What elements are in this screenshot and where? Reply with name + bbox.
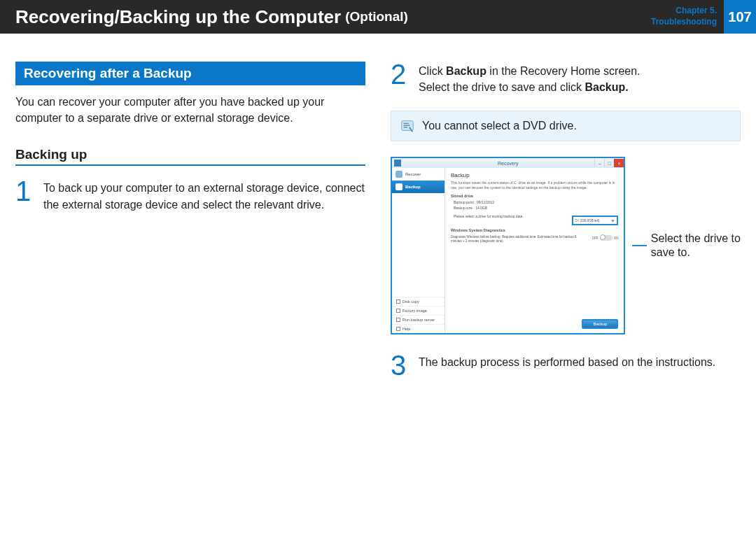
step-1-text: To back up your computer to an external … [43, 178, 365, 212]
chapter-label: Chapter 5. Troubleshooting [651, 6, 724, 27]
step-2-frag-d: Select the drive to save and click [419, 81, 584, 93]
callout: Select the drive to save to. [632, 232, 741, 261]
link-server-label: Run backup server [402, 318, 435, 322]
link-disk-copy[interactable]: Disk copy [392, 297, 444, 306]
main-heading: Backup [451, 172, 618, 178]
sidebar-bottom-links: Disk copy Factory image Run backup serve… [392, 297, 444, 333]
link-factory-label: Factory image [402, 309, 427, 313]
page-title: Recovering/Backing up the Computer [15, 6, 341, 28]
backup-button[interactable]: Backup [582, 319, 618, 329]
link-help[interactable]: Help [392, 324, 444, 333]
header-bar: Recovering/Backing up the Computer (Opti… [0, 0, 756, 34]
toggle-track [600, 235, 612, 241]
chapter-line-2: Troubleshooting [651, 17, 717, 28]
toggle-knob [600, 234, 606, 240]
left-column: Recovering after a Backup You can recove… [15, 62, 365, 392]
link-disk-label: Disk copy [402, 299, 419, 304]
diagnostics-toggle[interactable]: OFF ON [592, 235, 619, 241]
sidebar-backup-label: Backup [405, 185, 421, 189]
link-help-label: Help [402, 327, 410, 331]
svg-rect-1 [394, 160, 401, 167]
server-icon [396, 318, 400, 322]
app-main-panel: Backup This function saves the current s… [445, 168, 624, 333]
link-run-backup-server[interactable]: Run backup server [392, 315, 444, 324]
step-1-number: 1 [15, 178, 35, 212]
page-title-optional: (Optional) [345, 9, 408, 24]
chapter-line-1: Chapter 5. [651, 6, 717, 17]
diagnostics-text: Diagnoses Windows before backup. Require… [451, 235, 588, 244]
backup-point-row: Backup point : 09/11/2012 [454, 200, 618, 204]
recover-icon [396, 171, 402, 178]
maximize-button[interactable]: □ [604, 159, 614, 167]
window-buttons: – □ × [594, 159, 624, 167]
drive-select-value: D:\ (339.0GB left) [575, 219, 608, 223]
toggle-off-label: OFF [592, 237, 598, 240]
header-right: Chapter 5. Troubleshooting 107 [651, 0, 756, 34]
app-icon [394, 160, 401, 167]
step-3-number: 3 [391, 353, 410, 378]
note-icon [400, 118, 415, 134]
diagnostics-label: Windows System Diagnostics [451, 228, 618, 232]
step-1: 1 To back up your computer to an externa… [15, 178, 365, 212]
app-title: Recovery [498, 161, 519, 166]
screenshot-with-callout: Recovery – □ × Recover [391, 157, 741, 334]
drive-select-dropdown[interactable]: D:\ (339.0GB left) [572, 216, 618, 225]
disk-icon [396, 299, 400, 304]
step-2-frag-a: Click [419, 65, 446, 77]
sidebar-item-recover[interactable]: Recover [392, 168, 444, 181]
minimize-button[interactable]: – [594, 159, 604, 167]
help-icon [396, 327, 400, 331]
factory-icon [396, 309, 400, 313]
close-button[interactable]: × [614, 159, 624, 167]
right-column: 2 Click Backup in the Recovery Home scre… [391, 62, 741, 392]
callout-text: Select the drive to save to. [651, 232, 741, 261]
step-2-bold-backup2: Backup. [584, 81, 628, 93]
intro-paragraph: You can recover your computer after you … [15, 94, 365, 126]
step-3-text: The backup process is performed based on… [419, 353, 715, 378]
link-factory-image[interactable]: Factory image [392, 306, 444, 315]
callout-connector-line [632, 245, 646, 246]
step-2-text: Click Backup in the Recovery Home screen… [419, 62, 640, 95]
sidebar-recover-label: Recover [405, 172, 421, 176]
main-description: This function saves the current status o… [451, 181, 618, 190]
step-3: 3 The backup process is performed based … [391, 353, 741, 378]
app-sidebar: Recover Backup Disk copy Factory image R… [392, 168, 445, 333]
step-2-number: 2 [391, 62, 410, 95]
toggle-on-label: ON [614, 237, 619, 240]
stored-drive-label: Stored drive [451, 194, 618, 198]
page-number-badge: 107 [724, 0, 756, 34]
note-box: You cannot select a DVD drive. [391, 111, 741, 141]
subheading-backing-up: Backing up [15, 147, 365, 166]
recovery-app-window: Recovery – □ × Recover [391, 157, 625, 334]
chevron-down-icon [610, 218, 615, 223]
diagnostics-row: Diagnoses Windows before backup. Require… [451, 235, 618, 244]
backup-size-row: Backup size : 14.0GB [454, 206, 618, 210]
backup-icon [396, 183, 402, 190]
note-text: You cannot select a DVD drive. [422, 120, 577, 132]
step-2-bold-backup: Backup [446, 65, 486, 77]
section-heading-badge: Recovering after a Backup [15, 62, 365, 85]
step-2: 2 Click Backup in the Recovery Home scre… [391, 62, 741, 95]
step-2-frag-c: in the Recovery Home screen. [486, 65, 640, 77]
app-titlebar: Recovery – □ × [392, 158, 624, 168]
sidebar-item-backup[interactable]: Backup [392, 181, 444, 193]
